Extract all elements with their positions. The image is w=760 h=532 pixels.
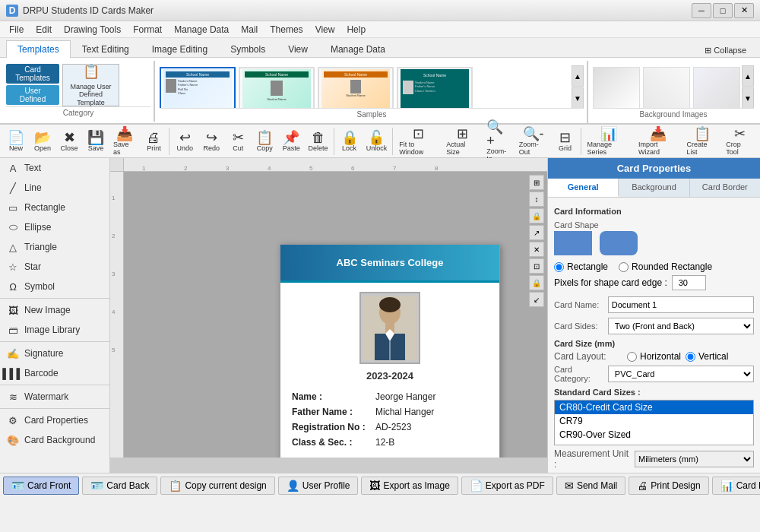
bgimages-scroll-up[interactable]: ▲ — [742, 65, 754, 87]
tab-card-border[interactable]: Card Border — [690, 179, 760, 197]
canvas-tool-2[interactable]: ↕ — [529, 192, 544, 207]
ribbon-tab-image-editing[interactable]: Image Editing — [141, 40, 219, 58]
canvas-tool-6[interactable]: ⊡ — [529, 258, 544, 274]
left-panel-cardproperties[interactable]: ⚙Card Properties — [0, 410, 109, 430]
left-panel-text[interactable]: AText — [0, 158, 109, 178]
left-panel-triangle[interactable]: △Triangle — [0, 237, 109, 257]
createlist-button[interactable]: 📋Create List — [682, 125, 721, 158]
ribbon-tab-templates[interactable]: Templates — [6, 40, 71, 58]
canvas-tool-3[interactable]: 🔒 — [529, 208, 544, 223]
grid-button[interactable]: ⊟Grid — [553, 128, 578, 154]
fitwindow-button[interactable]: ⊡Fit to Window — [395, 125, 442, 158]
left-panel-signature[interactable]: ✍Signature — [0, 344, 109, 363]
bg-thumb-2[interactable] — [643, 67, 690, 108]
cardback-button[interactable]: 🪪Card Back — [82, 477, 157, 495]
croptool-button[interactable]: ✂Crop Tool — [722, 125, 757, 158]
ribbon-tab-text-editing[interactable]: Text Editing — [71, 40, 141, 58]
redo-button[interactable]: ↪Redo — [198, 128, 224, 154]
print-button[interactable]: 🖨Print — [141, 128, 166, 154]
open-button[interactable]: 📂Open — [30, 128, 55, 154]
pixels-input[interactable] — [672, 275, 706, 290]
copycurrent-button[interactable]: 📋Copy current design — [160, 477, 274, 495]
left-panel-watermark[interactable]: ≋Watermark — [0, 387, 109, 407]
sample-thumb-3[interactable]: School Name Student Name — [318, 67, 394, 108]
delete-button[interactable]: 🗑Delete — [305, 128, 331, 154]
radio-horizontal[interactable]: Horizontal — [627, 351, 681, 362]
tab-background[interactable]: Background — [619, 179, 689, 197]
menu-manage-data[interactable]: Manage Data — [168, 23, 235, 36]
radio-rounded[interactable]: Rounded Rectangle — [619, 261, 712, 272]
canvas-tool-7[interactable]: 🔒 — [529, 275, 544, 290]
save-button[interactable]: 💾Save — [83, 128, 109, 154]
radio-vertical[interactable]: Vertical — [686, 351, 728, 362]
canvas-scroll[interactable]: ABC Seminars College — [124, 172, 547, 458]
radio-vertical-input[interactable] — [686, 352, 695, 362]
close-button[interactable]: ✕ — [734, 3, 754, 18]
paste-button[interactable]: 📌Paste — [278, 128, 304, 154]
size-cr79[interactable]: CR79 — [555, 414, 753, 428]
sendmail-button[interactable]: ✉Send Mail — [556, 477, 625, 495]
radio-horizontal-input[interactable] — [627, 352, 637, 362]
card-category-select[interactable]: PVC_Card Paper_Card — [608, 366, 754, 382]
left-panel-barcode[interactable]: ▌▌▌Barcode — [0, 363, 109, 383]
manageseries-button[interactable]: 📊Manage Series — [583, 125, 634, 158]
undo-button[interactable]: ↩Undo — [172, 128, 198, 154]
menu-edit[interactable]: Edit — [30, 23, 58, 36]
size-cr90[interactable]: CR90-Over Sized — [555, 428, 753, 442]
ribbon-tab-view[interactable]: View — [277, 40, 319, 58]
canvas-tool-4[interactable]: ↗ — [529, 225, 544, 240]
left-panel-ellipse[interactable]: ⬭Ellipse — [0, 217, 109, 237]
canvas-tool-1[interactable]: ⊞ — [529, 175, 544, 190]
menu-format[interactable]: Format — [127, 23, 168, 36]
copy-button[interactable]: 📋Copy — [252, 128, 277, 154]
left-panel-line[interactable]: ╱Line — [0, 178, 109, 198]
tab-general[interactable]: General — [548, 179, 619, 197]
left-panel-imagelibrary[interactable]: 🗃Image Library — [0, 320, 109, 340]
left-panel-rectangle[interactable]: ▭Rectangle — [0, 198, 109, 217]
menu-drawing-tools[interactable]: Drawing Tools — [58, 23, 127, 36]
manage-user-defined-button[interactable]: 📋 Manage User Defined Template — [62, 64, 119, 106]
printdesign-button[interactable]: 🖨Print Design — [629, 477, 708, 495]
menu-file[interactable]: File — [3, 23, 30, 36]
card-sides-select[interactable]: Two (Front and Back) — [608, 318, 754, 334]
radio-rounded-input[interactable] — [619, 262, 629, 272]
unlock-button[interactable]: 🔓Unlock — [363, 128, 391, 154]
actualsize-button[interactable]: ⊞Actual Size — [442, 125, 482, 158]
canvas-tool-8[interactable]: ↙ — [529, 292, 544, 307]
bg-thumb-1[interactable] — [593, 67, 640, 108]
ribbon-tab-symbols[interactable]: Symbols — [219, 40, 277, 58]
saveas-button[interactable]: 📥Save as — [109, 125, 140, 158]
ribbon-tab-manage-data[interactable]: Manage Data — [319, 40, 397, 58]
exportpdf-button[interactable]: 📄Export as PDF — [461, 477, 553, 495]
exportimage-button[interactable]: 🖼Export as Image — [361, 477, 458, 495]
radio-rectangle[interactable]: Rectangle — [554, 261, 608, 272]
cardbatch-button[interactable]: 📊Card Batch Data — [712, 477, 760, 495]
left-panel-cardbackground[interactable]: 🎨Card Background — [0, 430, 109, 450]
standard-sizes-list[interactable]: CR80-Credit Card Size CR79 CR90-Over Siz… — [554, 400, 754, 445]
card-name-input[interactable] — [608, 296, 754, 313]
bg-thumb-3[interactable] — [693, 67, 740, 108]
maximize-button[interactable]: □ — [713, 3, 733, 18]
canvas-tool-5[interactable]: ✕ — [529, 242, 544, 257]
lock-button[interactable]: 🔒Lock — [337, 128, 363, 154]
sample-thumb-1[interactable]: School Name Student NameFather's NameRol… — [160, 67, 236, 108]
left-panel-symbol[interactable]: ΩSymbol — [0, 277, 109, 296]
zoomout-button[interactable]: 🔍-Zoom-Out — [515, 125, 552, 158]
new-button[interactable]: 📄New — [3, 128, 29, 154]
sample-thumb-4[interactable]: School Name Student NameFather's NameCla… — [397, 67, 473, 108]
cut-button[interactable]: ✂Cut — [225, 128, 251, 154]
bgimages-scroll-down[interactable]: ▼ — [742, 87, 754, 108]
samples-scroll-down[interactable]: ▼ — [572, 87, 584, 108]
collapse-button[interactable]: ⊞ Collapse — [697, 44, 754, 57]
close-button[interactable]: ✖Close — [56, 128, 82, 154]
sample-thumb-2[interactable]: School Name Student Name — [239, 67, 315, 108]
userprofile-button[interactable]: 👤User Profile — [278, 477, 359, 495]
cardfront-button[interactable]: 🪪Card Front — [3, 477, 79, 495]
radio-rectangle-input[interactable] — [554, 262, 564, 272]
importwizard-button[interactable]: 📥Import Wizard — [635, 125, 682, 158]
size-cr80[interactable]: CR80-Credit Card Size — [555, 401, 753, 414]
menu-themes[interactable]: Themes — [264, 23, 309, 36]
left-panel-star[interactable]: ☆Star — [0, 257, 109, 277]
minimize-button[interactable]: ─ — [692, 3, 711, 18]
menu-mail[interactable]: Mail — [235, 23, 264, 36]
